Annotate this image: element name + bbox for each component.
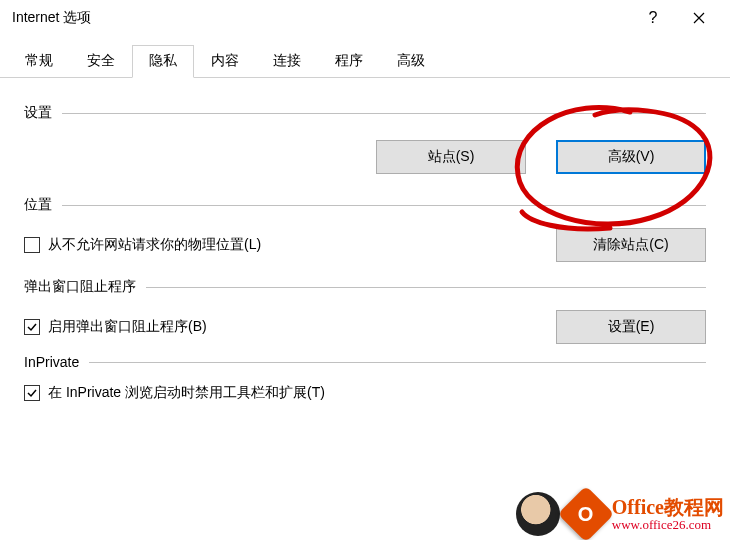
watermark: O Office教程网 www.office26.com	[516, 492, 724, 536]
tab-content[interactable]: 内容	[194, 45, 256, 78]
never-allow-location-label: 从不允许网站请求你的物理位置(L)	[48, 236, 261, 254]
watermark-line1: Office教程网	[612, 496, 724, 518]
titlebar: Internet 选项 ?	[0, 0, 730, 36]
office-logo-icon: O	[558, 486, 615, 540]
check-icon	[26, 321, 38, 333]
divider	[146, 287, 706, 288]
section-popup-label: 弹出窗口阻止程序	[24, 278, 146, 296]
clear-sites-button[interactable]: 清除站点(C)	[556, 228, 706, 262]
tab-programs[interactable]: 程序	[318, 45, 380, 78]
window-title: Internet 选项	[8, 9, 630, 27]
popup-row: 启用弹出窗口阻止程序(B) 设置(E)	[24, 310, 706, 344]
tab-connections[interactable]: 连接	[256, 45, 318, 78]
enable-popup-blocker-row: 启用弹出窗口阻止程序(B)	[24, 318, 526, 336]
section-inprivate-header: InPrivate	[24, 354, 706, 370]
enable-popup-blocker-checkbox[interactable]	[24, 319, 40, 335]
tab-security[interactable]: 安全	[70, 45, 132, 78]
section-settings-label: 设置	[24, 104, 62, 122]
watermark-line2: www.office26.com	[612, 518, 724, 532]
close-button[interactable]	[676, 3, 722, 33]
sites-button[interactable]: 站点(S)	[376, 140, 526, 174]
tab-advanced[interactable]: 高级	[380, 45, 442, 78]
watermark-text: Office教程网 www.office26.com	[612, 496, 724, 532]
section-location-label: 位置	[24, 196, 62, 214]
section-inprivate-label: InPrivate	[24, 354, 89, 370]
inprivate-disable-ext-checkbox[interactable]	[24, 385, 40, 401]
location-row: 从不允许网站请求你的物理位置(L) 清除站点(C)	[24, 228, 706, 262]
inprivate-disable-ext-label: 在 InPrivate 浏览启动时禁用工具栏和扩展(T)	[48, 384, 325, 402]
tab-general[interactable]: 常规	[8, 45, 70, 78]
divider	[62, 205, 706, 206]
tab-panel-privacy: 设置 站点(S) 高级(V) 位置 从不允许网站请求你的物理位置(L) 清除站点…	[0, 78, 730, 402]
enable-popup-blocker-label: 启用弹出窗口阻止程序(B)	[48, 318, 207, 336]
close-icon	[693, 12, 705, 24]
inprivate-disable-ext-row: 在 InPrivate 浏览启动时禁用工具栏和扩展(T)	[24, 384, 706, 402]
section-location-header: 位置	[24, 196, 706, 214]
section-popup-header: 弹出窗口阻止程序	[24, 278, 706, 296]
never-allow-location-checkbox[interactable]	[24, 237, 40, 253]
help-button[interactable]: ?	[630, 3, 676, 33]
section-settings-header: 设置	[24, 104, 706, 122]
tab-privacy[interactable]: 隐私	[132, 45, 194, 78]
tab-strip: 常规 安全 隐私 内容 连接 程序 高级	[0, 44, 730, 78]
advanced-button[interactable]: 高级(V)	[556, 140, 706, 174]
divider	[89, 362, 706, 363]
popup-settings-button[interactable]: 设置(E)	[556, 310, 706, 344]
never-allow-location-checkbox-row: 从不允许网站请求你的物理位置(L)	[24, 236, 526, 254]
avatar	[516, 492, 560, 536]
check-icon	[26, 387, 38, 399]
settings-button-row: 站点(S) 高级(V)	[24, 140, 706, 174]
divider	[62, 113, 706, 114]
